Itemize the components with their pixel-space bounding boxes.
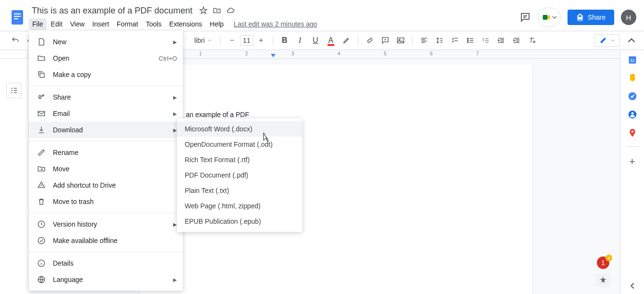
menu-view[interactable]: View: [67, 18, 88, 30]
document-title[interactable]: This is as an example of a PDF document: [29, 5, 195, 17]
calendar-icon[interactable]: 31: [628, 55, 637, 64]
side-panel: 31 +: [620, 50, 644, 294]
svg-text:31: 31: [630, 58, 635, 63]
history-icon: [37, 219, 46, 229]
svg-rect-6: [578, 17, 582, 19]
menu-extensions[interactable]: Extensions: [166, 18, 205, 30]
align-button[interactable]: [417, 34, 431, 47]
editing-mode-button[interactable]: [594, 34, 620, 47]
expand-panel-button[interactable]: [629, 282, 636, 289]
title-area: This is as an example of a PDF document …: [29, 4, 519, 31]
explore-button[interactable]: [596, 273, 610, 287]
font-name-select[interactable]: libri: [190, 37, 215, 44]
file-menu-details[interactable]: Details: [29, 255, 183, 271]
file-menu-rename[interactable]: Rename: [29, 144, 183, 161]
new-doc-icon: [37, 37, 46, 47]
download-pdf[interactable]: PDF Document (.pdf): [177, 167, 302, 183]
svg-text:2: 2: [482, 39, 484, 42]
collapse-toolbar-button[interactable]: [628, 37, 635, 44]
decrease-font-button[interactable]: −: [226, 34, 239, 47]
image-button[interactable]: [394, 34, 407, 47]
separator: [273, 36, 273, 45]
comment-button[interactable]: [379, 34, 392, 47]
menu-tools[interactable]: Tools: [142, 18, 165, 30]
text-color-button[interactable]: A: [324, 34, 338, 47]
maps-icon[interactable]: [628, 128, 637, 138]
meet-button[interactable]: [538, 8, 561, 27]
move-icon: [37, 164, 46, 174]
underline-button[interactable]: U: [309, 34, 322, 47]
svg-point-20: [631, 112, 633, 115]
download-odt[interactable]: OpenDocument Format (.odt): [177, 137, 302, 152]
svg-point-10: [467, 40, 468, 41]
download-icon: [37, 125, 46, 135]
separator: [29, 213, 183, 213]
chevron-right-icon: ▶: [173, 277, 177, 282]
cloud-status-icon[interactable]: [226, 6, 235, 15]
tasks-icon[interactable]: [628, 91, 637, 101]
italic-button[interactable]: I: [293, 34, 307, 47]
file-menu-language[interactable]: Language ▶: [29, 271, 183, 288]
line-spacing-button[interactable]: [433, 34, 446, 47]
file-menu-trash[interactable]: Move to trash: [29, 193, 183, 210]
bullet-list-button[interactable]: [464, 34, 477, 47]
bold-button[interactable]: B: [278, 34, 291, 47]
download-epub[interactable]: EPUB Publication (.epub): [177, 214, 302, 229]
globe-icon: [37, 275, 46, 284]
comments-icon[interactable]: [519, 12, 531, 23]
notification-badge[interactable]: 1 +: [597, 256, 610, 270]
highlight-button[interactable]: [340, 34, 353, 47]
share-button[interactable]: Share: [568, 10, 614, 25]
folder-icon: [37, 53, 46, 63]
menu-format[interactable]: Format: [114, 18, 141, 30]
file-menu-download[interactable]: Download ▶: [29, 122, 183, 138]
svg-point-24: [42, 95, 44, 96]
increase-font-button[interactable]: +: [254, 34, 268, 47]
menu-help[interactable]: Help: [206, 18, 227, 30]
outline-toggle-button[interactable]: [6, 83, 22, 98]
svg-rect-4: [543, 15, 547, 20]
document-text[interactable]: an example of a PDF: [186, 111, 486, 118]
file-menu-make-copy[interactable]: Make a copy: [29, 66, 183, 83]
move-to-folder-icon[interactable]: [213, 6, 221, 15]
checklist-button[interactable]: [448, 34, 462, 47]
svg-rect-1: [14, 13, 21, 14]
download-html[interactable]: Web Page (.html, zipped): [177, 198, 302, 214]
last-edit-link[interactable]: Last edit was 2 minutes ago: [234, 20, 317, 28]
separator: [220, 36, 221, 45]
contacts-icon[interactable]: [628, 110, 637, 119]
undo-button[interactable]: [9, 34, 22, 47]
file-menu-version-history[interactable]: Version history ▶: [29, 216, 183, 232]
file-menu-add-shortcut[interactable]: Add shortcut to Drive: [29, 177, 183, 193]
menu-insert[interactable]: Insert: [89, 18, 113, 30]
add-addon-button[interactable]: +: [629, 155, 635, 168]
clear-format-button[interactable]: [525, 34, 539, 47]
shortcut-icon: [37, 180, 46, 190]
svg-rect-2: [14, 16, 21, 17]
file-menu-new[interactable]: New ▶: [29, 34, 183, 50]
file-menu-open[interactable]: Open Ctrl+O: [29, 50, 183, 66]
download-txt[interactable]: Plain Text (.txt): [177, 183, 302, 198]
download-rtf[interactable]: Rich Text Format (.rtf): [177, 152, 302, 167]
numbered-list-button[interactable]: 12: [479, 34, 492, 47]
link-button[interactable]: [363, 34, 377, 47]
svg-point-23: [39, 95, 41, 98]
file-menu-offline[interactable]: Make available offline: [29, 232, 183, 249]
increase-indent-button[interactable]: [510, 34, 523, 47]
menu-file[interactable]: File: [29, 18, 47, 30]
svg-rect-22: [40, 73, 44, 77]
keep-icon[interactable]: [628, 73, 637, 83]
file-menu-share[interactable]: Share ▶: [29, 89, 183, 105]
file-menu-move[interactable]: Move: [29, 161, 183, 177]
docs-logo[interactable]: [8, 8, 27, 27]
font-size-input[interactable]: [240, 35, 253, 46]
star-icon[interactable]: [199, 6, 208, 15]
chevron-right-icon: ▶: [173, 128, 177, 133]
chevron-right-icon: ▶: [173, 111, 177, 116]
decrease-indent-button[interactable]: [494, 34, 508, 47]
file-menu-email[interactable]: Email ▶: [29, 105, 183, 122]
menu-edit[interactable]: Edit: [48, 18, 66, 30]
download-docx[interactable]: Microsoft Word (.docx): [177, 121, 302, 137]
avatar[interactable]: H: [621, 10, 636, 25]
separator: [627, 146, 638, 147]
